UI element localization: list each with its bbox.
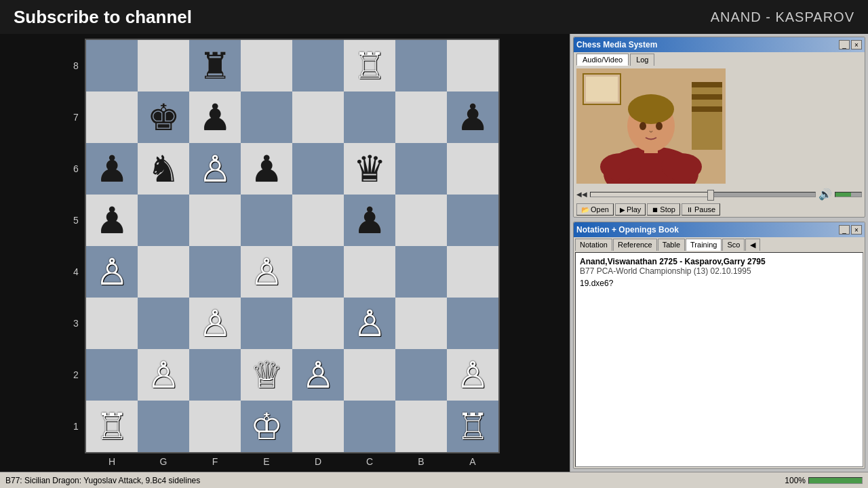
zoom-label: 100% (785, 476, 806, 485)
square[interactable] (395, 195, 447, 246)
progress-bar[interactable] (590, 192, 816, 197)
square[interactable] (292, 143, 344, 195)
square[interactable]: ♛ (344, 143, 395, 195)
square[interactable] (395, 92, 447, 143)
square[interactable] (241, 298, 292, 349)
square[interactable] (138, 298, 189, 349)
file-h: H (86, 456, 138, 467)
notation-title-text: Notation + Openings Book (576, 225, 679, 235)
volume-bar[interactable] (835, 192, 862, 197)
person-silhouette (576, 68, 726, 184)
square[interactable]: ♙ (189, 143, 241, 195)
square[interactable]: ♟ (86, 195, 138, 246)
square[interactable] (241, 92, 292, 143)
tab-training[interactable]: Training (686, 239, 722, 251)
square[interactable]: ♕ (241, 349, 292, 401)
square[interactable] (189, 195, 241, 246)
square[interactable]: ♟ (189, 92, 241, 143)
notation-minimize-btn[interactable]: _ (839, 225, 850, 235)
square[interactable]: ♖ (344, 40, 395, 92)
square[interactable]: ♙ (241, 246, 292, 298)
square[interactable]: ♙ (344, 298, 395, 349)
square[interactable] (189, 246, 241, 298)
square[interactable]: ♖ (447, 401, 498, 452)
notation-close-btn[interactable]: × (851, 225, 862, 235)
square[interactable] (344, 401, 395, 452)
square[interactable] (241, 40, 292, 92)
square[interactable]: ♟ (86, 143, 138, 195)
square[interactable] (292, 246, 344, 298)
open-icon: 📂 (581, 206, 589, 214)
square[interactable] (86, 349, 138, 401)
zoom-bar[interactable] (808, 477, 863, 484)
square[interactable] (138, 401, 189, 452)
square[interactable]: ♙ (292, 349, 344, 401)
square[interactable]: ♙ (138, 349, 189, 401)
media-minimize-btn[interactable]: _ (839, 40, 850, 49)
square[interactable]: ♔ (241, 401, 292, 452)
square[interactable] (189, 401, 241, 452)
square[interactable] (138, 195, 189, 246)
tab-score[interactable]: Sco (722, 239, 745, 251)
stop-button[interactable]: ⏹ Stop (647, 203, 680, 216)
square[interactable] (292, 195, 344, 246)
file-labels: H G F E D C B A (86, 456, 498, 467)
tab-extra[interactable]: ◀ (745, 239, 760, 251)
stop-icon: ⏹ (652, 206, 658, 214)
square[interactable] (395, 40, 447, 92)
square[interactable]: ♙ (447, 349, 498, 401)
square[interactable] (292, 92, 344, 143)
play-button[interactable]: ▶ Play (615, 203, 646, 216)
square[interactable]: ♜ (189, 40, 241, 92)
board-container: 8 7 6 5 4 3 2 1 ♜♖♚♟♟♟♞♙♟♛♟♟♙♙♙♙♙♕♙♙♖♔♖ (70, 39, 500, 453)
play-label: Play (627, 205, 641, 214)
progress-thumb[interactable] (707, 190, 714, 201)
square[interactable]: ♞ (138, 143, 189, 195)
square[interactable] (241, 195, 292, 246)
square[interactable] (292, 40, 344, 92)
open-button[interactable]: 📂 Open (576, 203, 614, 216)
square[interactable]: ♙ (86, 246, 138, 298)
square[interactable]: ♟ (344, 195, 395, 246)
square[interactable] (395, 349, 447, 401)
file-f: F (189, 456, 241, 467)
square[interactable] (395, 143, 447, 195)
stop-label: Stop (660, 205, 675, 214)
pause-button[interactable]: ⏸ Pause (682, 203, 720, 216)
square[interactable] (292, 298, 344, 349)
square[interactable] (344, 349, 395, 401)
tab-notation[interactable]: Notation (575, 239, 612, 251)
tab-table[interactable]: Table (658, 239, 685, 251)
square[interactable] (395, 401, 447, 452)
square[interactable] (447, 40, 498, 92)
square[interactable]: ♚ (138, 92, 189, 143)
square[interactable] (395, 246, 447, 298)
square[interactable]: ♖ (86, 401, 138, 452)
square[interactable] (447, 195, 498, 246)
square[interactable] (138, 40, 189, 92)
play-icon: ▶ (620, 206, 625, 214)
svg-rect-13 (692, 82, 722, 87)
square[interactable]: ♟ (447, 92, 498, 143)
square[interactable] (447, 143, 498, 195)
chess-board: ♜♖♚♟♟♟♞♙♟♛♟♟♙♙♙♙♙♕♙♙♖♔♖ (85, 39, 500, 453)
tab-reference[interactable]: Reference (613, 239, 657, 251)
notation-panel: Notation + Openings Book _ × Notation Re… (573, 222, 865, 469)
media-buttons: 📂 Open ▶ Play ⏹ Stop ⏸ Pause (574, 202, 865, 217)
square[interactable] (86, 298, 138, 349)
square[interactable] (344, 246, 395, 298)
square[interactable]: ♙ (189, 298, 241, 349)
square[interactable]: ♟ (241, 143, 292, 195)
square[interactable] (86, 40, 138, 92)
square[interactable] (138, 246, 189, 298)
square[interactable] (447, 246, 498, 298)
square[interactable] (292, 401, 344, 452)
square[interactable] (189, 349, 241, 401)
media-close-btn[interactable]: × (851, 40, 862, 49)
tab-log[interactable]: Log (630, 54, 654, 66)
square[interactable] (447, 298, 498, 349)
tab-audio-video[interactable]: Audio/Video (576, 54, 629, 66)
square[interactable] (344, 92, 395, 143)
square[interactable] (86, 92, 138, 143)
square[interactable] (395, 298, 447, 349)
